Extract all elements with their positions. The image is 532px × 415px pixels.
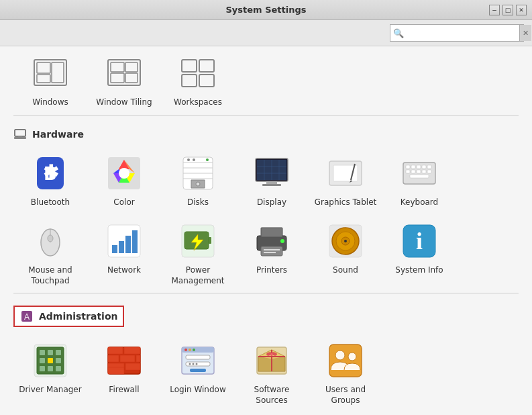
svg-point-84 (344, 240, 347, 242)
svg-rect-13 (15, 130, 25, 136)
svg-rect-55 (427, 165, 431, 169)
svg-point-79 (280, 239, 284, 243)
svg-rect-60 (427, 170, 431, 173)
svg-rect-77 (264, 249, 280, 250)
maximize-button[interactable]: □ (502, 5, 513, 15)
svg-point-27 (119, 168, 129, 179)
svg-rect-93 (56, 350, 61, 355)
item-network[interactable]: Network (87, 214, 161, 293)
svg-rect-67 (119, 241, 124, 253)
svg-point-36 (196, 182, 200, 186)
item-firewall[interactable]: Firewall (87, 334, 161, 412)
firewall-label: Firewall (109, 385, 139, 396)
item-sound[interactable]: Sound (309, 214, 382, 293)
login-window-label: Login Window (170, 385, 226, 396)
system-info-icon: i (399, 221, 439, 261)
bluetooth-icon: ✱ B (30, 153, 70, 193)
svg-rect-39 (266, 181, 277, 184)
search-clear-button[interactable]: ✕ (519, 25, 531, 41)
item-windows[interactable]: Windows (13, 46, 87, 115)
svg-rect-56 (406, 170, 410, 173)
svg-rect-57 (411, 170, 415, 173)
keyboard-label: Keyboard (401, 197, 438, 208)
hardware-section-title: Hardware (32, 129, 84, 140)
svg-rect-66 (112, 245, 117, 253)
svg-rect-94 (40, 358, 45, 363)
item-disks[interactable]: Disks (161, 146, 235, 215)
item-printers[interactable]: Printers (235, 214, 309, 293)
administration-icon: A (20, 310, 34, 323)
svg-rect-58 (417, 170, 421, 173)
item-window-tiling[interactable]: Window Tiling (87, 46, 161, 115)
svg-rect-102 (124, 347, 140, 354)
administration-items-grid: Driver Manager (13, 334, 519, 412)
item-display[interactable]: Display (235, 146, 309, 215)
color-icon (104, 153, 144, 193)
search-wrapper: 🔍 ✕ (390, 24, 524, 42)
system-info-label: System Info (395, 265, 443, 276)
svg-point-118 (196, 363, 198, 365)
users-groups-label: Users and Groups (312, 385, 379, 406)
mouse-touchpad-icon (30, 221, 70, 261)
window-controls: − □ ✕ (489, 5, 527, 15)
item-driver-manager[interactable]: Driver Manager (13, 334, 87, 412)
svg-rect-12 (199, 75, 214, 87)
power-management-icon (178, 221, 218, 261)
item-users-groups[interactable]: Users and Groups (309, 334, 382, 412)
item-graphics-tablet[interactable]: Graphics Tablet (309, 146, 382, 215)
svg-point-127 (270, 353, 273, 356)
svg-rect-1 (37, 62, 50, 73)
svg-rect-40 (262, 184, 281, 186)
sound-label: Sound (333, 265, 358, 276)
minimize-button[interactable]: − (489, 5, 500, 15)
window-tiling-icon (104, 53, 144, 93)
bluetooth-label: Bluetooth (31, 197, 70, 208)
driver-manager-label: Driver Manager (19, 385, 81, 396)
svg-rect-128 (329, 344, 362, 377)
svg-point-117 (193, 363, 195, 365)
svg-point-116 (189, 363, 191, 365)
svg-rect-97 (40, 366, 45, 371)
svg-rect-15 (18, 136, 22, 138)
svg-point-33 (187, 158, 190, 161)
item-bluetooth[interactable]: ✱ B Bluetooth (13, 146, 87, 215)
svg-rect-6 (125, 62, 138, 72)
svg-rect-108 (108, 367, 124, 374)
item-workspaces[interactable]: Workspaces (161, 46, 235, 115)
item-login-window[interactable]: Login Window (161, 334, 235, 412)
svg-rect-11 (182, 75, 197, 87)
svg-point-130 (348, 353, 356, 361)
svg-rect-9 (182, 60, 197, 72)
login-window-icon (178, 340, 218, 381)
administration-section-header[interactable]: A Administration (13, 306, 124, 327)
windows-label: Windows (32, 97, 68, 108)
item-system-info[interactable]: i System Info (382, 214, 456, 293)
search-input[interactable] (407, 28, 519, 38)
network-icon (104, 221, 144, 261)
close-button[interactable]: ✕ (516, 5, 527, 15)
item-mouse-touchpad[interactable]: Mouse and Touchpad (13, 214, 87, 293)
administration-label: Administration (39, 311, 117, 322)
item-software-sources[interactable]: Software Sources (235, 334, 309, 412)
item-power-management[interactable]: Power Management (161, 214, 235, 293)
item-color[interactable]: Color (87, 146, 161, 215)
power-management-label: Power Management (164, 265, 231, 286)
svg-rect-10 (199, 60, 214, 72)
svg-rect-7 (111, 73, 124, 83)
svg-rect-101 (108, 347, 123, 354)
hardware-section-header: Hardware (13, 118, 519, 146)
printers-icon (252, 221, 292, 261)
svg-point-112 (189, 349, 191, 351)
admin-divider (13, 293, 519, 293)
personal-items-grid: Windows Window Tiling (13, 46, 519, 115)
keyboard-icon (399, 153, 439, 193)
svg-text:A: A (24, 312, 30, 322)
content-area: Windows Window Tiling (0, 46, 532, 415)
item-keyboard[interactable]: Keyboard (382, 146, 456, 215)
display-label: Display (257, 197, 286, 208)
window-title: System Settings (225, 5, 306, 15)
titlebar: System Settings − □ ✕ (0, 0, 532, 20)
display-icon (252, 153, 292, 193)
disks-icon (178, 153, 218, 193)
svg-rect-54 (422, 165, 426, 169)
